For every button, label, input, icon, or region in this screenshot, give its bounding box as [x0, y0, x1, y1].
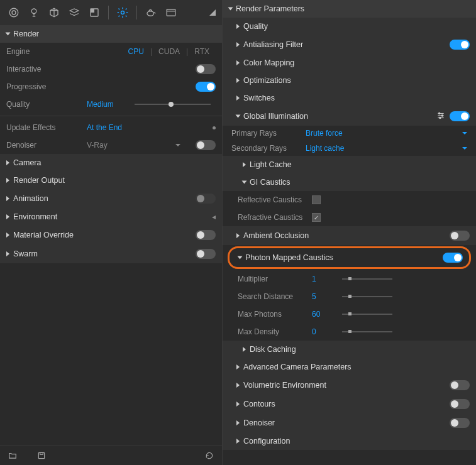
light-cache-section[interactable]: Light Cache [223, 156, 476, 173]
engine-cuda[interactable]: CUDA [152, 46, 186, 57]
denoiser-row: Denoiser V-Ray [0, 136, 222, 154]
denoiser-toggle[interactable] [196, 140, 216, 150]
corner-icon[interactable] [208, 8, 217, 17]
chevron-down-icon[interactable] [462, 132, 467, 134]
cube-icon[interactable] [45, 4, 63, 21]
open-folder-icon[interactable] [8, 451, 18, 460]
svg-point-2 [31, 9, 36, 14]
gi-caustics-section[interactable]: GI Caustics [223, 173, 476, 191]
animation-section[interactable]: Animation [0, 189, 222, 208]
switches-section[interactable]: Switches [223, 89, 476, 107]
material-override-section[interactable]: Material Override [0, 226, 222, 244]
dot-icon [213, 126, 216, 129]
photon-caustics-toggle[interactable] [443, 253, 463, 263]
max-photons-slider[interactable] [342, 314, 392, 315]
undo-icon[interactable] [204, 451, 214, 460]
engine-cpu[interactable]: CPU [122, 46, 150, 57]
quality-row: Quality Medium [0, 96, 222, 113]
antialiasing-toggle[interactable] [450, 40, 470, 50]
svg-point-18 [440, 117, 441, 118]
denoiser-section[interactable]: Denoiser [223, 413, 476, 432]
progressive-row: Progressive [0, 78, 222, 96]
denoiser-right-toggle[interactable] [450, 418, 470, 428]
max-photons-row: Max Photons 60 [223, 305, 476, 323]
multiplier-row: Multiplier 1 [223, 270, 476, 288]
progressive-toggle[interactable] [196, 82, 216, 92]
svg-point-17 [441, 115, 443, 116]
swarm-section[interactable]: Swarm [0, 244, 222, 263]
left-toolbar [0, 0, 222, 25]
interactive-row: Interactive [0, 60, 222, 78]
quality-section[interactable]: Quality [223, 18, 476, 35]
teapot-icon[interactable] [142, 4, 160, 21]
highlight-ring: Photon Mapped Caustics [228, 246, 471, 269]
footer-bar [0, 446, 222, 465]
vol-env-section[interactable]: Volumetric Environment [223, 376, 476, 395]
engine-rtx[interactable]: RTX [188, 46, 216, 57]
chevron-down-icon[interactable] [462, 147, 467, 150]
refractive-caustics-row: Refractive Caustics [223, 209, 476, 226]
globe-icon[interactable] [5, 4, 23, 21]
max-density-row: Max Density 0 [223, 323, 476, 341]
max-density-slider[interactable] [342, 331, 392, 332]
configuration-section[interactable]: Configuration [223, 432, 476, 450]
engine-row: Engine CPU | CUDA | RTX [0, 43, 222, 60]
color-mapping-section[interactable]: Color Mapping [223, 54, 476, 72]
render-output-section[interactable]: Render Output [0, 172, 222, 189]
ao-toggle[interactable] [450, 231, 470, 241]
expand-arrow-icon[interactable]: ◂ [212, 212, 216, 221]
vol-env-toggle[interactable] [450, 380, 470, 390]
quality-slider[interactable] [135, 104, 211, 105]
svg-point-16 [439, 112, 440, 114]
contours-toggle[interactable] [450, 399, 470, 409]
reflective-caustics-row: Reflective Caustics [223, 191, 476, 209]
gi-toggle[interactable] [450, 111, 470, 121]
save-icon[interactable] [36, 451, 47, 460]
contours-section[interactable]: Contours [223, 395, 476, 413]
swarm-toggle[interactable] [196, 249, 216, 259]
refractive-checkbox[interactable] [312, 213, 321, 222]
multiplier-slider[interactable] [342, 278, 392, 280]
ambient-occlusion-section[interactable]: Ambient Occlusion [223, 226, 476, 245]
render-section-header[interactable]: Render [0, 25, 222, 43]
material-override-toggle[interactable] [196, 230, 216, 240]
optimizations-section[interactable]: Optimizations [223, 72, 476, 89]
sliders-icon[interactable] [436, 111, 446, 121]
disk-caching-section[interactable]: Disk Caching [223, 341, 476, 358]
svg-point-1 [12, 11, 16, 14]
photon-caustics-section[interactable]: Photon Mapped Caustics [230, 248, 469, 267]
svg-rect-6 [91, 9, 94, 13]
layers-icon[interactable] [65, 4, 83, 21]
swatch-icon[interactable] [86, 4, 103, 21]
gi-section[interactable]: Global Illumination [223, 107, 476, 126]
update-effects-row: Update Effects At the End [0, 119, 222, 136]
camera-section[interactable]: Camera [0, 154, 222, 172]
search-distance-slider[interactable] [342, 296, 392, 297]
environment-section[interactable]: Environment ◂ [0, 208, 222, 226]
adv-camera-section[interactable]: Advanced Camera Parameters [223, 358, 476, 376]
animation-toggle[interactable] [196, 194, 216, 204]
chevron-down-icon[interactable] [175, 144, 180, 146]
svg-rect-12 [40, 452, 43, 454]
svg-point-7 [121, 11, 125, 14]
svg-rect-11 [38, 452, 44, 458]
svg-rect-9 [167, 9, 175, 16]
secondary-rays-row: Secondary Rays Light cache [223, 141, 476, 156]
svg-point-8 [147, 11, 154, 16]
svg-point-0 [9, 8, 18, 17]
render-params-section[interactable]: Render Parameters [223, 0, 476, 18]
interactive-toggle[interactable] [196, 64, 216, 74]
search-distance-row: Search Distance 5 [223, 288, 476, 305]
window-icon[interactable] [162, 4, 180, 21]
render-label: Render [13, 30, 216, 38]
gear-icon[interactable] [114, 4, 131, 21]
reflective-checkbox[interactable] [312, 195, 321, 204]
primary-rays-row: Primary Rays Brute force [223, 126, 476, 141]
antialiasing-section[interactable]: Antialiasing Filter [223, 35, 476, 54]
bulb-icon[interactable] [25, 4, 43, 21]
